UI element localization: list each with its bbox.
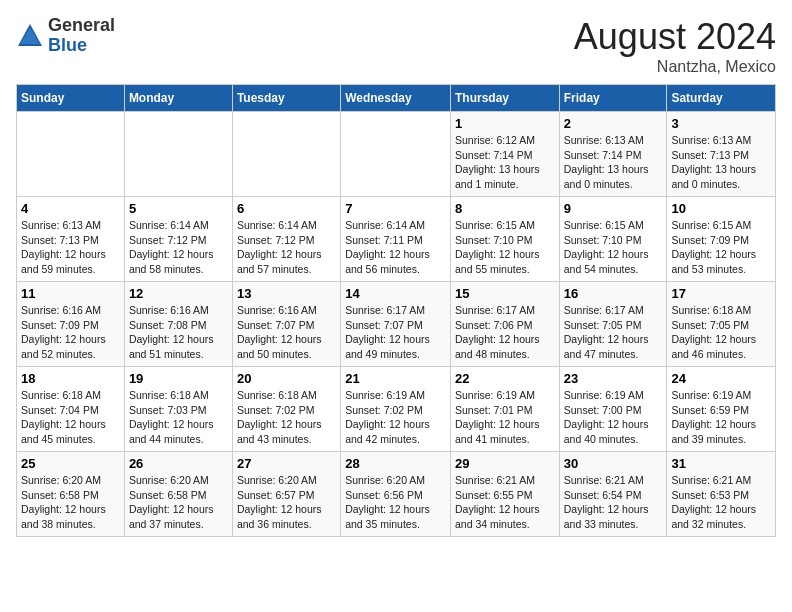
cell-week4-day2: 19Sunrise: 6:18 AM Sunset: 7:03 PM Dayli…: [124, 367, 232, 452]
day-number: 21: [345, 371, 446, 386]
day-info: Sunrise: 6:19 AM Sunset: 6:59 PM Dayligh…: [671, 388, 771, 447]
day-info: Sunrise: 6:17 AM Sunset: 7:06 PM Dayligh…: [455, 303, 555, 362]
day-info: Sunrise: 6:20 AM Sunset: 6:56 PM Dayligh…: [345, 473, 446, 532]
cell-week3-day5: 15Sunrise: 6:17 AM Sunset: 7:06 PM Dayli…: [450, 282, 559, 367]
cell-week4-day6: 23Sunrise: 6:19 AM Sunset: 7:00 PM Dayli…: [559, 367, 667, 452]
day-info: Sunrise: 6:20 AM Sunset: 6:57 PM Dayligh…: [237, 473, 336, 532]
day-info: Sunrise: 6:13 AM Sunset: 7:13 PM Dayligh…: [21, 218, 120, 277]
day-number: 22: [455, 371, 555, 386]
cell-week3-day4: 14Sunrise: 6:17 AM Sunset: 7:07 PM Dayli…: [341, 282, 451, 367]
cell-week5-day6: 30Sunrise: 6:21 AM Sunset: 6:54 PM Dayli…: [559, 452, 667, 537]
day-info: Sunrise: 6:14 AM Sunset: 7:12 PM Dayligh…: [129, 218, 228, 277]
logo-icon: [16, 22, 44, 50]
title-block: August 2024 Nantzha, Mexico: [574, 16, 776, 76]
cell-week1-day3: [232, 112, 340, 197]
day-info: Sunrise: 6:14 AM Sunset: 7:11 PM Dayligh…: [345, 218, 446, 277]
day-info: Sunrise: 6:17 AM Sunset: 7:07 PM Dayligh…: [345, 303, 446, 362]
cell-week3-day7: 17Sunrise: 6:18 AM Sunset: 7:05 PM Dayli…: [667, 282, 776, 367]
day-number: 10: [671, 201, 771, 216]
cell-week1-day1: [17, 112, 125, 197]
header-monday: Monday: [124, 85, 232, 112]
day-number: 26: [129, 456, 228, 471]
cell-week4-day5: 22Sunrise: 6:19 AM Sunset: 7:01 PM Dayli…: [450, 367, 559, 452]
week-row-2: 4Sunrise: 6:13 AM Sunset: 7:13 PM Daylig…: [17, 197, 776, 282]
calendar-header: SundayMondayTuesdayWednesdayThursdayFrid…: [17, 85, 776, 112]
cell-week5-day2: 26Sunrise: 6:20 AM Sunset: 6:58 PM Dayli…: [124, 452, 232, 537]
day-number: 28: [345, 456, 446, 471]
week-row-4: 18Sunrise: 6:18 AM Sunset: 7:04 PM Dayli…: [17, 367, 776, 452]
day-info: Sunrise: 6:21 AM Sunset: 6:53 PM Dayligh…: [671, 473, 771, 532]
cell-week3-day6: 16Sunrise: 6:17 AM Sunset: 7:05 PM Dayli…: [559, 282, 667, 367]
cell-week1-day7: 3Sunrise: 6:13 AM Sunset: 7:13 PM Daylig…: [667, 112, 776, 197]
day-number: 30: [564, 456, 663, 471]
day-number: 11: [21, 286, 120, 301]
day-info: Sunrise: 6:16 AM Sunset: 7:07 PM Dayligh…: [237, 303, 336, 362]
day-number: 14: [345, 286, 446, 301]
day-number: 4: [21, 201, 120, 216]
day-info: Sunrise: 6:18 AM Sunset: 7:04 PM Dayligh…: [21, 388, 120, 447]
header-tuesday: Tuesday: [232, 85, 340, 112]
cell-week3-day2: 12Sunrise: 6:16 AM Sunset: 7:08 PM Dayli…: [124, 282, 232, 367]
day-info: Sunrise: 6:14 AM Sunset: 7:12 PM Dayligh…: [237, 218, 336, 277]
day-info: Sunrise: 6:21 AM Sunset: 6:54 PM Dayligh…: [564, 473, 663, 532]
cell-week2-day5: 8Sunrise: 6:15 AM Sunset: 7:10 PM Daylig…: [450, 197, 559, 282]
cell-week5-day4: 28Sunrise: 6:20 AM Sunset: 6:56 PM Dayli…: [341, 452, 451, 537]
day-number: 24: [671, 371, 771, 386]
month-title: August 2024: [574, 16, 776, 58]
day-number: 20: [237, 371, 336, 386]
day-info: Sunrise: 6:18 AM Sunset: 7:05 PM Dayligh…: [671, 303, 771, 362]
cell-week2-day1: 4Sunrise: 6:13 AM Sunset: 7:13 PM Daylig…: [17, 197, 125, 282]
day-number: 27: [237, 456, 336, 471]
cell-week4-day4: 21Sunrise: 6:19 AM Sunset: 7:02 PM Dayli…: [341, 367, 451, 452]
cell-week5-day1: 25Sunrise: 6:20 AM Sunset: 6:58 PM Dayli…: [17, 452, 125, 537]
day-info: Sunrise: 6:20 AM Sunset: 6:58 PM Dayligh…: [129, 473, 228, 532]
day-number: 19: [129, 371, 228, 386]
week-row-3: 11Sunrise: 6:16 AM Sunset: 7:09 PM Dayli…: [17, 282, 776, 367]
day-info: Sunrise: 6:19 AM Sunset: 7:02 PM Dayligh…: [345, 388, 446, 447]
day-number: 15: [455, 286, 555, 301]
svg-marker-1: [20, 28, 40, 44]
header-saturday: Saturday: [667, 85, 776, 112]
day-info: Sunrise: 6:15 AM Sunset: 7:10 PM Dayligh…: [455, 218, 555, 277]
day-info: Sunrise: 6:19 AM Sunset: 7:01 PM Dayligh…: [455, 388, 555, 447]
week-row-5: 25Sunrise: 6:20 AM Sunset: 6:58 PM Dayli…: [17, 452, 776, 537]
day-info: Sunrise: 6:18 AM Sunset: 7:02 PM Dayligh…: [237, 388, 336, 447]
cell-week1-day6: 2Sunrise: 6:13 AM Sunset: 7:14 PM Daylig…: [559, 112, 667, 197]
day-number: 23: [564, 371, 663, 386]
cell-week3-day1: 11Sunrise: 6:16 AM Sunset: 7:09 PM Dayli…: [17, 282, 125, 367]
cell-week2-day6: 9Sunrise: 6:15 AM Sunset: 7:10 PM Daylig…: [559, 197, 667, 282]
logo: General Blue: [16, 16, 115, 56]
day-info: Sunrise: 6:17 AM Sunset: 7:05 PM Dayligh…: [564, 303, 663, 362]
week-row-1: 1Sunrise: 6:12 AM Sunset: 7:14 PM Daylig…: [17, 112, 776, 197]
day-number: 9: [564, 201, 663, 216]
cell-week4-day7: 24Sunrise: 6:19 AM Sunset: 6:59 PM Dayli…: [667, 367, 776, 452]
day-info: Sunrise: 6:12 AM Sunset: 7:14 PM Dayligh…: [455, 133, 555, 192]
cell-week2-day7: 10Sunrise: 6:15 AM Sunset: 7:09 PM Dayli…: [667, 197, 776, 282]
day-number: 31: [671, 456, 771, 471]
day-number: 18: [21, 371, 120, 386]
day-number: 29: [455, 456, 555, 471]
calendar-table: SundayMondayTuesdayWednesdayThursdayFrid…: [16, 84, 776, 537]
cell-week4-day3: 20Sunrise: 6:18 AM Sunset: 7:02 PM Dayli…: [232, 367, 340, 452]
day-info: Sunrise: 6:16 AM Sunset: 7:08 PM Dayligh…: [129, 303, 228, 362]
day-number: 13: [237, 286, 336, 301]
logo-blue-text: Blue: [48, 35, 87, 55]
cell-week1-day5: 1Sunrise: 6:12 AM Sunset: 7:14 PM Daylig…: [450, 112, 559, 197]
day-info: Sunrise: 6:18 AM Sunset: 7:03 PM Dayligh…: [129, 388, 228, 447]
header-wednesday: Wednesday: [341, 85, 451, 112]
header-row: SundayMondayTuesdayWednesdayThursdayFrid…: [17, 85, 776, 112]
day-info: Sunrise: 6:20 AM Sunset: 6:58 PM Dayligh…: [21, 473, 120, 532]
day-number: 17: [671, 286, 771, 301]
day-info: Sunrise: 6:15 AM Sunset: 7:10 PM Dayligh…: [564, 218, 663, 277]
header-sunday: Sunday: [17, 85, 125, 112]
day-info: Sunrise: 6:21 AM Sunset: 6:55 PM Dayligh…: [455, 473, 555, 532]
day-info: Sunrise: 6:19 AM Sunset: 7:00 PM Dayligh…: [564, 388, 663, 447]
day-info: Sunrise: 6:13 AM Sunset: 7:13 PM Dayligh…: [671, 133, 771, 192]
day-number: 1: [455, 116, 555, 131]
cell-week3-day3: 13Sunrise: 6:16 AM Sunset: 7:07 PM Dayli…: [232, 282, 340, 367]
cell-week1-day4: [341, 112, 451, 197]
calendar-body: 1Sunrise: 6:12 AM Sunset: 7:14 PM Daylig…: [17, 112, 776, 537]
cell-week5-day3: 27Sunrise: 6:20 AM Sunset: 6:57 PM Dayli…: [232, 452, 340, 537]
day-info: Sunrise: 6:15 AM Sunset: 7:09 PM Dayligh…: [671, 218, 771, 277]
day-number: 3: [671, 116, 771, 131]
